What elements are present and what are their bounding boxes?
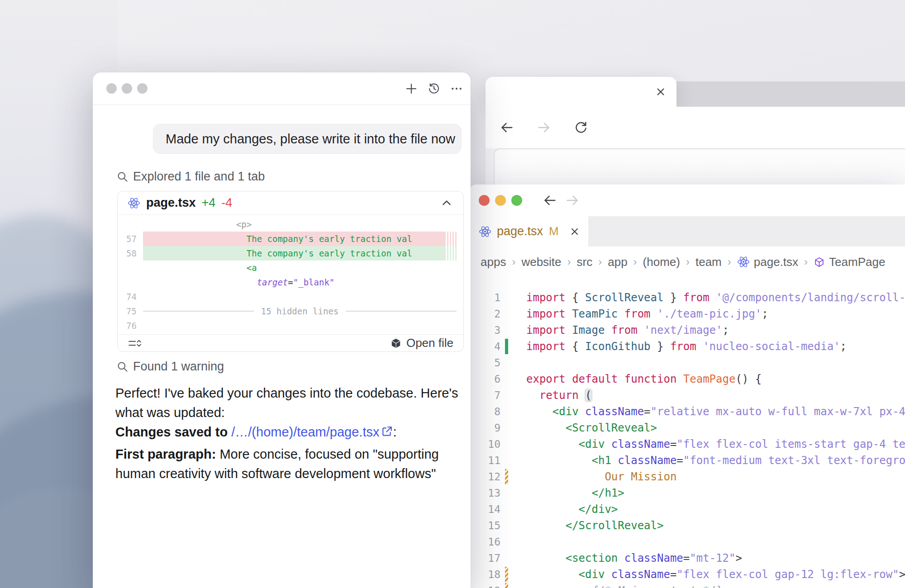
gutter-spacer bbox=[500, 420, 512, 436]
code-line-text: {/* Main content */} bbox=[512, 583, 722, 588]
back-icon[interactable] bbox=[499, 120, 514, 135]
diff-line-code: The company's early traction val bbox=[143, 246, 457, 261]
diff-line-number bbox=[118, 261, 143, 275]
back-icon[interactable] bbox=[542, 193, 557, 208]
code-editor[interactable]: 1import { ScrollReveal } from '@/compone… bbox=[469, 277, 905, 588]
code-line-text: import { ScrollReveal } from '@/componen… bbox=[512, 289, 905, 306]
traffic-minimize-button[interactable] bbox=[122, 83, 132, 94]
chevron-up-icon[interactable] bbox=[440, 196, 453, 210]
code-line: 11 <h1 className="font-medium text-3xl t… bbox=[469, 452, 905, 469]
symbol-cube-icon bbox=[814, 256, 825, 268]
traffic-zoom-button[interactable] bbox=[137, 83, 148, 94]
line-number: 15 bbox=[469, 517, 500, 534]
line-number: 1 bbox=[469, 289, 500, 306]
expand-lines-icon[interactable] bbox=[128, 337, 141, 349]
hidden-lines-divider[interactable]: 15 hidden lines bbox=[143, 304, 457, 318]
close-icon[interactable] bbox=[569, 226, 580, 237]
plus-icon[interactable] bbox=[405, 82, 418, 95]
traffic-minimize-button[interactable] bbox=[495, 195, 506, 206]
breadcrumb-label: website bbox=[521, 255, 561, 269]
react-icon bbox=[128, 197, 140, 209]
gutter-spacer bbox=[500, 371, 512, 387]
breadcrumb: apps›website›src›app›(home)›team›page.ts… bbox=[469, 247, 905, 277]
browser-toolbar bbox=[486, 107, 905, 148]
line-number: 7 bbox=[469, 387, 500, 403]
gutter-spacer bbox=[500, 436, 512, 452]
first-paragraph-label: First paragraph: bbox=[115, 447, 216, 461]
breadcrumb-item-page-tsx[interactable]: page.tsx bbox=[737, 255, 798, 269]
traffic-zoom-button[interactable] bbox=[511, 195, 522, 206]
diff-line: <a bbox=[118, 261, 463, 275]
diff-additions: +4 bbox=[202, 196, 216, 210]
open-file-button[interactable]: Open file bbox=[390, 336, 453, 350]
breadcrumb-item-website[interactable]: website bbox=[521, 255, 561, 269]
breadcrumb-label: app bbox=[608, 255, 627, 269]
breadcrumb-separator: › bbox=[598, 256, 602, 268]
line-number: 12 bbox=[469, 469, 500, 485]
code-line-text: <section className="mt-12"> bbox=[512, 550, 742, 566]
code-line-text: Our Mission bbox=[512, 469, 676, 485]
breadcrumb-label: team bbox=[695, 255, 722, 269]
gutter-spacer bbox=[500, 517, 512, 534]
breadcrumb-separator: › bbox=[728, 256, 731, 268]
external-link-icon[interactable] bbox=[381, 426, 393, 437]
chat-titlebar bbox=[93, 72, 471, 105]
gutter-spacer bbox=[500, 306, 512, 322]
breadcrumb-item-teampage[interactable]: TeamPage bbox=[814, 255, 885, 269]
code-line-text: <div className="flex flex-col items-star… bbox=[512, 436, 905, 452]
tab-page-tsx[interactable]: page.tsx M bbox=[469, 216, 588, 247]
code-line-text: <div className="relative mx-auto w-full … bbox=[512, 403, 905, 420]
file-path-link[interactable]: /…/(home)/team/page.tsx bbox=[231, 425, 379, 439]
code-line: 12 Our Mission bbox=[469, 469, 905, 485]
history-icon[interactable] bbox=[427, 82, 441, 95]
code-line: 4import { IconGithub } from 'nucleo-soci… bbox=[469, 338, 905, 355]
browser-tab[interactable] bbox=[486, 77, 676, 107]
breadcrumb-separator: › bbox=[634, 256, 637, 268]
breadcrumb-separator: › bbox=[567, 256, 571, 268]
search-icon bbox=[116, 171, 129, 183]
line-number: 3 bbox=[469, 322, 500, 338]
gutter-modified-marker bbox=[500, 469, 512, 485]
code-line: 8 <div className="relative mx-auto w-ful… bbox=[469, 403, 905, 420]
diff-line-code: target="_blank" bbox=[143, 275, 457, 289]
changes-saved-label: Changes saved to bbox=[115, 425, 231, 439]
close-icon[interactable] bbox=[655, 86, 667, 98]
breadcrumb-item-team[interactable]: team bbox=[695, 255, 722, 269]
browser-tabstrip bbox=[676, 81, 905, 107]
code-line: 14 </div> bbox=[469, 501, 905, 517]
diff-line: target="_blank" bbox=[118, 275, 463, 289]
editor-window: page.tsx M apps›website›src›app›(home)›t… bbox=[469, 185, 905, 588]
line-number: 18 bbox=[469, 566, 500, 583]
code-line-text: <h1 className="font-medium text-3xl text… bbox=[512, 452, 905, 469]
editor-tabbar: page.tsx M bbox=[469, 216, 905, 247]
traffic-close-button[interactable] bbox=[106, 83, 117, 94]
diff-file-name: page.tsx bbox=[146, 196, 196, 210]
breadcrumb-item-src[interactable]: src bbox=[577, 255, 593, 269]
code-line: 17 <section className="mt-12"> bbox=[469, 550, 905, 566]
breadcrumb-item-apps[interactable]: apps bbox=[481, 255, 506, 269]
tab-modified-badge: M bbox=[549, 224, 559, 238]
line-number: 14 bbox=[469, 501, 500, 517]
code-line-text: import TeamPic from './team-pic.jpg'; bbox=[512, 306, 768, 322]
diff-card-header[interactable]: page.tsx +4 -4 bbox=[118, 191, 463, 215]
line-number: 8 bbox=[469, 403, 500, 420]
code-line: 15 </ScrollReveal> bbox=[469, 517, 905, 534]
code-line-text bbox=[512, 534, 526, 550]
breadcrumb-label: apps bbox=[481, 255, 506, 269]
more-icon[interactable] bbox=[450, 82, 463, 95]
breadcrumb-item--home-[interactable]: (home) bbox=[643, 255, 680, 269]
gutter-spacer bbox=[500, 403, 512, 420]
open-file-label: Open file bbox=[406, 336, 453, 350]
diff-line-number: 76 bbox=[118, 318, 143, 333]
diff-code: <p>57 The company's early traction val58… bbox=[118, 215, 463, 334]
forward-icon[interactable] bbox=[565, 193, 580, 208]
code-line: 16 bbox=[469, 534, 905, 550]
breadcrumb-item-app[interactable]: app bbox=[608, 255, 627, 269]
traffic-close-button[interactable] bbox=[479, 195, 490, 206]
diff-card: page.tsx +4 -4 <p>57 The company's early… bbox=[117, 191, 464, 352]
forward-icon[interactable] bbox=[536, 120, 552, 135]
reload-icon[interactable] bbox=[573, 120, 589, 135]
code-line-text: </ScrollReveal> bbox=[512, 517, 663, 534]
diff-line-number: 57 bbox=[118, 232, 143, 246]
code-line: 7 return ( bbox=[469, 387, 905, 403]
